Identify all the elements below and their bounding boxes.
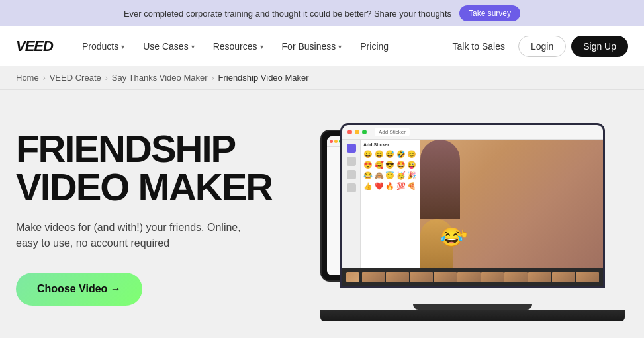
screen-sidebar [342, 140, 361, 268]
timeline-seg-3 [410, 272, 433, 282]
tablet-sidebar [327, 147, 342, 275]
laptop-notch [413, 304, 532, 310]
sticker-emoji-2: 😄 [375, 149, 384, 159]
sticker-emoji-18: 🔥 [385, 181, 394, 190]
laptop-screen: Add Sticker Add Sticker 😀 [340, 123, 605, 288]
sticker-emoji-13: 😇 [385, 171, 394, 180]
banner-text: Ever completed corporate training and th… [124, 9, 451, 19]
timeline-seg-9 [552, 272, 575, 282]
sticker-emoji-7: 🥰 [375, 160, 384, 169]
hero-subtitle: Make videos for (and with!) your friends… [16, 220, 241, 251]
nav-label-resources: Resources [213, 41, 257, 52]
screen-sticker-panel: Add Sticker 😀 😄 😅 🤣 😊 😍 🥰 😎 🤩 [361, 140, 420, 268]
sticker-emoji-19: 💯 [396, 181, 406, 190]
timeline-seg-7 [504, 272, 528, 282]
screen-tab-label: Add Sticker [375, 128, 410, 136]
video-background: 😂 👆 [420, 140, 603, 268]
timeline-thumb-1 [346, 272, 359, 282]
chevron-down-icon: ▾ [260, 43, 263, 50]
screen-main: Add Sticker 😀 😄 😅 🤣 😊 😍 🥰 😎 🤩 [342, 140, 603, 268]
tablet-dot-yellow [334, 140, 338, 143]
timeline-seg-1 [362, 272, 385, 282]
person-silhouette-1 [420, 140, 460, 219]
choose-video-button[interactable]: Choose Video → [16, 273, 142, 306]
login-button[interactable]: Login [518, 36, 566, 57]
sidebar-icon-1 [347, 144, 356, 153]
timeline-seg-5 [457, 272, 481, 282]
sticker-grid: 😀 😄 😅 🤣 😊 😍 🥰 😎 🤩 😜 😂 [363, 149, 417, 190]
screen-video-area: 😂 👆 [420, 140, 603, 268]
signup-button[interactable]: Sign Up [571, 36, 628, 57]
chevron-down-icon: ▾ [121, 43, 124, 50]
screen-topbar: Add Sticker [342, 125, 603, 140]
breadcrumb-sep-2: › [105, 73, 108, 83]
sticker-emoji-11: 😂 [363, 171, 373, 180]
sticker-emoji-12: 🙈 [375, 171, 384, 180]
chevron-down-icon: ▾ [338, 43, 342, 50]
cursor-icon: 👆 [459, 229, 469, 238]
sticker-panel-title: Add Sticker [363, 142, 417, 147]
timeline-seg-10 [576, 272, 599, 282]
laptop-base [320, 310, 625, 321]
navbar: VEED Products ▾ Use Cases ▾ Resources ▾ … [0, 26, 644, 66]
logo[interactable]: VEED [16, 38, 53, 55]
timeline-seg-8 [528, 272, 551, 282]
dot-green [362, 130, 367, 134]
breadcrumb-say-thanks[interactable]: Say Thanks Video Maker [112, 73, 208, 83]
screen-content: Add Sticker Add Sticker 😀 [342, 125, 603, 286]
sticker-emoji-6: 😍 [363, 160, 373, 169]
breadcrumb-friendship: Friendship Video Maker [218, 73, 309, 83]
sticker-emoji-8: 😎 [385, 160, 394, 169]
nav-label-use-cases: Use Cases [143, 41, 188, 52]
nav-item-use-cases[interactable]: Use Cases ▾ [135, 36, 202, 57]
nav-item-for-business[interactable]: For Business ▾ [274, 36, 350, 57]
sticker-emoji-17: ❤️ [375, 181, 384, 190]
talk-to-sales-button[interactable]: Talk to Sales [445, 36, 513, 57]
sticker-emoji-20: 🍕 [407, 181, 416, 190]
hero-left: FRIENDSHIP VIDEO MAKER Make videos for (… [16, 116, 294, 306]
nav-item-products[interactable]: Products ▾ [74, 36, 132, 57]
nav-item-pricing[interactable]: Pricing [352, 36, 396, 57]
dot-red [347, 130, 352, 134]
screen-timeline [342, 268, 603, 286]
timeline-strip [362, 272, 599, 282]
dot-yellow [355, 130, 359, 134]
chevron-down-icon: ▾ [191, 43, 195, 50]
sticker-emoji-16: 👍 [363, 181, 373, 190]
breadcrumb-sep-1: › [43, 73, 46, 83]
take-survey-button[interactable]: Take survey [459, 5, 520, 21]
tablet-dot-red [330, 140, 333, 143]
laptop-mockup: Add Sticker 😀 😄 😅 🤣 😊 😍 🥰 😎 🤩 [320, 123, 625, 321]
nav-item-resources[interactable]: Resources ▾ [205, 36, 271, 57]
sidebar-icon-2 [347, 157, 356, 166]
nav-label-for-business: For Business [282, 41, 336, 52]
sticker-emoji-3: 😅 [385, 149, 394, 159]
hero-right: Add Sticker 😀 😄 😅 🤣 😊 😍 🥰 😎 🤩 [320, 123, 625, 321]
timeline-seg-4 [434, 272, 457, 282]
sticker-emoji-14: 🥳 [396, 171, 406, 180]
sticker-emoji-1: 😀 [363, 149, 373, 159]
breadcrumb-home[interactable]: Home [16, 73, 39, 83]
nav-links: Products ▾ Use Cases ▾ Resources ▾ For B… [74, 36, 445, 57]
sticker-emoji-10: 😜 [407, 160, 416, 169]
breadcrumb-sep-3: › [212, 73, 214, 83]
nav-label-pricing: Pricing [360, 41, 389, 52]
sticker-emoji-9: 🤩 [396, 160, 406, 169]
timeline-seg-2 [386, 272, 409, 282]
sticker-emoji-15: 🎉 [407, 171, 416, 180]
sidebar-icon-3 [347, 170, 356, 179]
breadcrumb: Home › VEED Create › Say Thanks Video Ma… [0, 66, 644, 90]
sticker-emoji-5: 😊 [407, 149, 416, 159]
hero-title: FRIENDSHIP VIDEO MAKER [16, 130, 294, 206]
sticker-emoji-4: 🤣 [396, 149, 406, 159]
breadcrumb-veed-create[interactable]: VEED Create [50, 73, 101, 83]
sidebar-icon-4 [347, 183, 356, 192]
top-banner: Ever completed corporate training and th… [0, 0, 644, 26]
hero-section: FRIENDSHIP VIDEO MAKER Make videos for (… [0, 90, 644, 338]
timeline-seg-6 [481, 272, 504, 282]
nav-label-products: Products [82, 41, 118, 52]
nav-actions: Talk to Sales Login Sign Up [445, 36, 628, 57]
